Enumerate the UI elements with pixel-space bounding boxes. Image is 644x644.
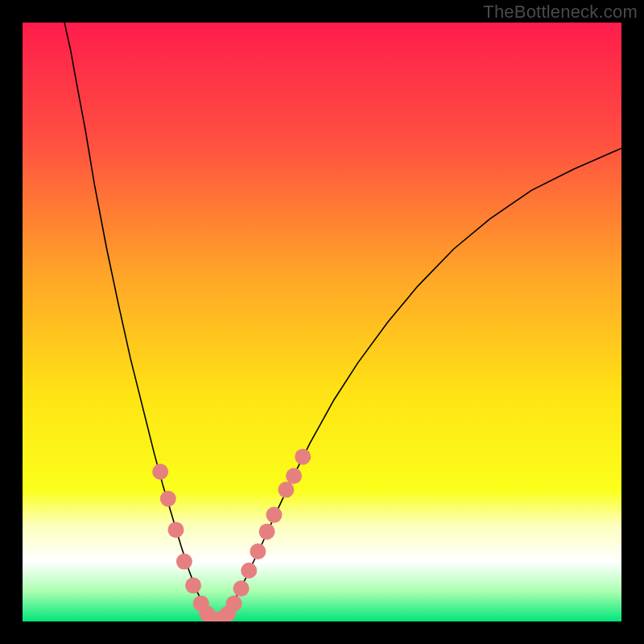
benchmark-point — [176, 554, 192, 570]
gradient-background — [23, 23, 621, 621]
benchmark-point — [286, 468, 302, 484]
benchmark-point — [278, 481, 294, 497]
benchmark-point — [185, 577, 201, 593]
benchmark-point — [152, 464, 168, 480]
benchmark-point — [226, 596, 242, 612]
benchmark-point — [295, 448, 311, 464]
bottleneck-chart — [23, 23, 621, 621]
benchmark-point — [241, 563, 257, 579]
chart-frame: TheBottleneck.com — [0, 0, 644, 644]
benchmark-point — [233, 580, 250, 597]
benchmark-point — [250, 543, 266, 559]
benchmark-point — [167, 522, 184, 538]
watermark-text: TheBottleneck.com — [483, 2, 638, 23]
benchmark-point — [259, 523, 275, 539]
benchmark-point — [160, 490, 176, 506]
benchmark-point — [266, 507, 282, 523]
